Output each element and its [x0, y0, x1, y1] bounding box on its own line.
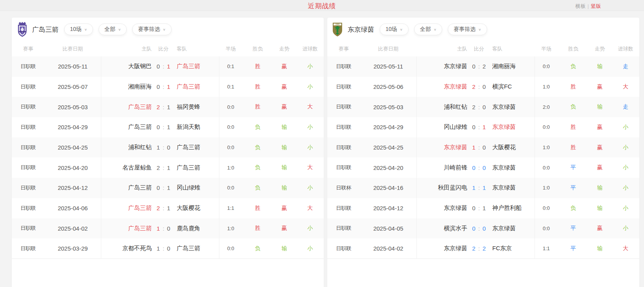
score-colon: :: [163, 63, 164, 70]
match-count-dropdown[interactable]: 10场 ∨: [380, 23, 409, 35]
trend-value: 输: [273, 178, 296, 198]
view-horizontal-link[interactable]: 横板: [576, 3, 586, 9]
trend-value: 输: [588, 97, 612, 117]
match-row[interactable]: 日职联 2025-04-29 广岛三箭 0:1 新潟天鹅 0:0 负 输 小: [12, 117, 324, 137]
scope-dropdown[interactable]: 全部 ∨: [414, 23, 442, 35]
home-score: 0: [157, 83, 160, 90]
chevron-down-icon: ∨: [84, 28, 87, 31]
table-body: 日职联 2025-05-11 东京绿茵 0:2 湘南丽海 0:0 负 输 走 日…: [327, 56, 639, 259]
match-row[interactable]: 日职联 2025-04-25 浦和红钻 1:0 广岛三箭 0:0 负 输 小: [12, 137, 324, 158]
competition-filter-dropdown[interactable]: 赛事筛选 ∨: [448, 23, 487, 35]
home-team-name: 东京绿茵: [416, 238, 467, 258]
match-row[interactable]: 日职联 2025-04-12 东京绿茵 0:1 神户胜利船 0:0 负 输 小: [327, 198, 639, 218]
away-team-name: 东京绿茵: [492, 218, 538, 239]
trend-value: 赢: [273, 77, 296, 97]
trend-value: 赢: [588, 137, 612, 158]
team-logo-icon: 1969: [332, 22, 344, 37]
away-score: 1: [167, 124, 170, 130]
match-score: 0:0: [467, 157, 491, 178]
match-row[interactable]: 日职联 2025-04-29 冈山绿雉 0:1 东京绿茵 0:0 胜 赢 小: [327, 117, 639, 137]
svg-text:1969: 1969: [335, 23, 340, 25]
result-value: 负: [561, 56, 585, 77]
score-colon: :: [478, 245, 480, 252]
home-score: 2: [157, 205, 160, 211]
match-league: 日职联: [12, 117, 45, 137]
match-row[interactable]: 日职联 2025-05-11 东京绿茵 0:2 湘南丽海 0:0 负 输 走: [327, 56, 639, 77]
result-value: 负: [561, 97, 585, 117]
competition-filter-dropdown[interactable]: 赛事筛选 ∨: [132, 23, 171, 35]
goals-value: 小: [298, 137, 322, 158]
match-row[interactable]: 日职联 2025-04-12 广岛三箭 0:1 冈山绿雉 0:0 负 输 小: [12, 178, 324, 198]
match-row[interactable]: 日职联 2025-03-29 京都不死鸟 1:0 广岛三箭 0:0 负 输 小: [12, 238, 324, 259]
column-header-home: 主队: [416, 41, 467, 56]
match-date: 2025-05-07: [45, 77, 101, 97]
match-row[interactable]: 日职联 2025-04-20 名古屋鲸鱼 2:1 广岛三箭 1:0 负 输 大: [12, 157, 324, 178]
match-row[interactable]: 日职联 2025-05-03 浦和红钻 2:0 东京绿茵 2:0 负 输 走: [327, 97, 639, 117]
match-date: 2025-04-29: [45, 117, 101, 137]
away-score: 2: [483, 63, 486, 70]
match-row[interactable]: 日联杯 2025-04-16 秋田蓝闪电 1:1 东京绿茵 1:0 平 输 小: [327, 178, 639, 198]
home-score: 0: [157, 63, 160, 70]
column-header-date: 比赛日期: [45, 41, 101, 56]
goals-value: 小: [614, 218, 637, 239]
home-score: 0: [472, 205, 475, 211]
match-row[interactable]: 日职联 2025-04-02 东京绿茵 2:2 FC东京 1:1 平 输 大: [327, 238, 639, 259]
home-team-name: 湘南丽海: [101, 77, 152, 97]
view-toggle-separator: |: [588, 3, 589, 9]
away-score: 1: [167, 184, 170, 191]
match-date: 2025-04-12: [360, 198, 416, 218]
score-colon: :: [163, 164, 164, 171]
result-value: 胜: [246, 97, 269, 117]
home-score: 1: [472, 184, 475, 191]
match-league: 日职联: [327, 218, 360, 239]
goals-value: 大: [614, 77, 637, 97]
team-recent-results-panel: 1969 东京绿茵 10场 ∨ 全部 ∨ 赛事筛选 ∨ 赛事 比赛日期 主队 比…: [327, 18, 639, 287]
table-body: 日职联 2025-05-11 大阪钢巴 0:1 广岛三箭 0:1 胜 赢 小 日…: [12, 56, 324, 259]
away-score: 1: [483, 184, 486, 191]
home-team-name: 东京绿茵: [416, 198, 467, 218]
match-date: 2025-04-05: [360, 218, 416, 239]
goals-value: 小: [614, 157, 637, 178]
match-score: 0:2: [467, 56, 491, 77]
score-colon: :: [478, 225, 480, 232]
match-count-dropdown[interactable]: 10场 ∨: [64, 23, 93, 35]
home-score: 2: [472, 104, 475, 110]
view-toggle: 横板|竖版: [576, 3, 601, 10]
goals-value: 小: [298, 218, 322, 239]
match-row[interactable]: 日职联 2025-04-05 横滨水手 0:0 东京绿茵 0:0 平 赢 小: [327, 218, 639, 239]
result-value: 平: [561, 218, 585, 239]
team-name: 广岛三箭: [32, 25, 59, 34]
home-team-name: 横滨水手: [416, 218, 467, 239]
halftime-score: 1:1: [219, 198, 242, 218]
chevron-down-icon: ∨: [163, 28, 165, 31]
home-team-name: 大阪钢巴: [101, 56, 152, 77]
home-score: 0: [472, 164, 475, 171]
home-score: 2: [472, 245, 475, 252]
score-colon: :: [163, 104, 164, 110]
view-vertical-link[interactable]: 竖版: [591, 3, 601, 9]
match-row[interactable]: 日职联 2025-05-11 大阪钢巴 0:1 广岛三箭 0:1 胜 赢 小: [12, 56, 324, 77]
match-row[interactable]: 日职联 2025-04-02 广岛三箭 1:0 鹿岛鹿角 1:0 胜 赢 小: [12, 218, 324, 239]
score-colon: :: [163, 83, 164, 90]
column-header-score: 比分: [467, 41, 491, 56]
score-colon: :: [478, 184, 480, 191]
score-colon: :: [478, 164, 480, 171]
match-score: 0:1: [152, 117, 175, 137]
match-league: 日职联: [12, 238, 45, 258]
match-row[interactable]: 日职联 2025-04-20 川崎前锋 0:0 东京绿茵 0:0 平 赢 小: [327, 157, 639, 178]
panel-header: 广岛三箭 10场 ∨ 全部 ∨ 赛事筛选 ∨: [12, 18, 324, 41]
away-team-name: 福冈黄蜂: [177, 97, 222, 117]
match-row[interactable]: 日职联 2025-04-25 东京绿茵 1:0 大阪樱花 1:0 胜 赢 小: [327, 137, 639, 158]
result-value: 负: [246, 137, 269, 158]
column-header-trend: 走势: [588, 41, 612, 56]
scope-dropdown[interactable]: 全部 ∨: [99, 23, 127, 35]
match-row[interactable]: 日职联 2025-05-06 东京绿茵 2:0 横滨FC 1:0 胜 赢 大: [327, 77, 639, 97]
away-team-name: 广岛三箭: [177, 137, 222, 158]
home-score: 1: [157, 225, 160, 232]
column-header-halftime: 半场: [535, 41, 558, 56]
match-row[interactable]: 日职联 2025-04-06 广岛三箭 2:1 大阪樱花 1:1 胜 赢 大: [12, 198, 324, 218]
scope-value: 全部: [104, 26, 115, 33]
match-score: 1:0: [467, 137, 491, 158]
match-row[interactable]: 日职联 2025-05-07 湘南丽海 0:1 广岛三箭 0:1 胜 赢 小: [12, 77, 324, 97]
match-row[interactable]: 日职联 2025-05-03 广岛三箭 2:1 福冈黄蜂 0:0 胜 赢 大: [12, 97, 324, 117]
